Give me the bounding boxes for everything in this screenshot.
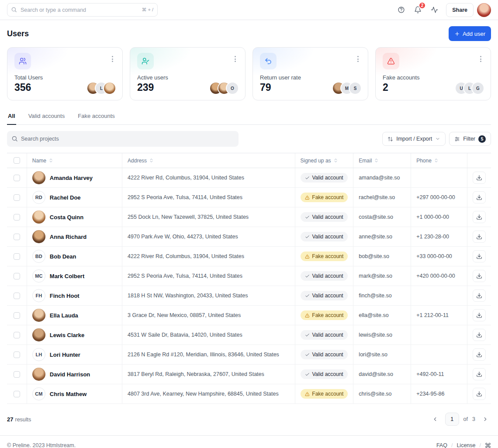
kebab-menu-icon[interactable] — [478, 54, 484, 64]
row-checkbox[interactable] — [14, 214, 20, 221]
global-search-input[interactable] — [7, 3, 158, 17]
cell-name: Costa Quinn — [27, 207, 122, 227]
card-label: Return user rate — [260, 74, 361, 81]
avatar-stack: MS — [333, 83, 361, 94]
activity-button[interactable] — [428, 3, 441, 17]
command-button[interactable] — [485, 442, 491, 448]
cell-select — [7, 325, 27, 345]
download-button[interactable] — [473, 191, 486, 203]
status-badge: Valid account — [301, 369, 348, 379]
card-icon-box — [260, 53, 277, 69]
user-name: Anna Richard — [50, 234, 87, 240]
prev-page-button[interactable] — [429, 414, 441, 425]
results-label: results — [15, 417, 31, 423]
row-checkbox[interactable] — [14, 312, 20, 319]
card-value: 356 — [14, 81, 31, 94]
filter-count-badge: 5 — [478, 135, 486, 143]
share-button[interactable]: Share — [446, 3, 474, 17]
avatar-stack: L — [87, 83, 115, 94]
download-button[interactable] — [473, 289, 486, 302]
sort-icon[interactable] — [48, 158, 53, 163]
projects-search-input[interactable] — [7, 131, 239, 147]
cell-status: Valid account — [295, 168, 353, 188]
row-checkbox[interactable] — [14, 293, 20, 299]
cell-status: Valid account — [295, 286, 353, 306]
download-button[interactable] — [473, 231, 486, 243]
cell-email: lewis@site.so — [353, 325, 411, 345]
cell-phone: +297 000-00-00 — [411, 188, 467, 207]
help-button[interactable] — [394, 3, 408, 17]
current-page[interactable]: 1 — [445, 413, 459, 426]
cell-address: 4222 River Rd, Columbus, 31904, United S… — [122, 168, 295, 188]
download-button[interactable] — [473, 388, 486, 400]
avatar: G — [472, 83, 484, 94]
row-checkbox[interactable] — [14, 371, 20, 378]
avatar: MC — [32, 269, 45, 283]
row-checkbox[interactable] — [14, 391, 20, 397]
user-name: Bob Dean — [50, 253, 76, 260]
download-button[interactable] — [473, 329, 486, 341]
sort-icon[interactable] — [434, 158, 439, 163]
column-header-address[interactable]: Address — [122, 153, 295, 168]
select-all-checkbox[interactable] — [14, 157, 20, 164]
footer-link-license[interactable]: License — [456, 442, 475, 448]
chevron-down-icon — [435, 136, 440, 141]
download-button[interactable] — [473, 348, 486, 361]
check-icon — [305, 215, 310, 220]
row-checkbox[interactable] — [14, 175, 20, 181]
sort-icon[interactable] — [374, 158, 379, 163]
filter-button[interactable]: Filter 5 — [449, 132, 491, 146]
notifications-button[interactable]: 2 — [411, 3, 424, 17]
cell-phone: +33 000-00-00 — [411, 247, 467, 266]
cell-email: finch@site.so — [353, 286, 411, 306]
cell-actions — [467, 227, 491, 247]
cell-actions — [467, 365, 491, 384]
download-button[interactable] — [473, 309, 486, 321]
download-button[interactable] — [473, 211, 486, 223]
download-button[interactable] — [473, 368, 486, 380]
row-checkbox[interactable] — [14, 332, 20, 338]
column-header-email[interactable]: Email — [353, 153, 411, 168]
user-name: Mark Colbert — [50, 273, 84, 279]
tab-valid-accounts[interactable]: Valid accounts — [28, 108, 66, 125]
row-checkbox[interactable] — [14, 253, 20, 260]
sort-icon[interactable] — [333, 158, 338, 163]
kebab-menu-icon[interactable] — [232, 54, 238, 64]
row-checkbox[interactable] — [14, 352, 20, 358]
row-checkbox[interactable] — [14, 234, 20, 240]
sort-icon[interactable] — [149, 158, 154, 163]
download-icon — [476, 214, 482, 220]
status-label: Valid account — [312, 175, 343, 181]
card-value: 239 — [137, 81, 154, 94]
page-head: Users Add user — [0, 20, 498, 47]
topbar: ⌘ + / 2 Share — [0, 0, 498, 20]
user-avatar[interactable] — [477, 3, 491, 17]
user-name: Lori Hunter — [50, 352, 80, 358]
add-user-button[interactable]: Add user — [449, 26, 491, 41]
user-name: Finch Hoot — [50, 293, 80, 299]
avatar — [104, 83, 115, 94]
table-row: Anna Richard4970 Park Ave W, Ohio, 44273… — [7, 227, 491, 247]
download-button[interactable] — [473, 270, 486, 282]
row-checkbox[interactable] — [14, 273, 20, 279]
tab-fake-accounts[interactable]: Fake accounts — [77, 108, 116, 125]
cell-select — [7, 306, 27, 325]
download-button[interactable] — [473, 250, 486, 262]
column-header-name[interactable]: Name — [27, 153, 122, 168]
cell-address: 4531 W Saile Dr, Batavia, 14020, United … — [122, 325, 295, 345]
footer-link-faq[interactable]: FAQ — [436, 442, 447, 448]
kebab-menu-icon[interactable] — [110, 54, 115, 64]
status-label: Valid account — [312, 214, 343, 220]
status-badge: Fake account — [301, 389, 348, 399]
column-header-phone[interactable]: Phone — [411, 153, 467, 168]
download-button[interactable] — [473, 172, 486, 184]
tab-all[interactable]: All — [7, 108, 16, 125]
next-page-button[interactable] — [480, 414, 491, 425]
row-checkbox[interactable] — [14, 194, 20, 201]
kebab-menu-icon[interactable] — [355, 54, 361, 64]
import-export-button[interactable]: Import / Export — [382, 132, 446, 146]
column-header-signed-up-as[interactable]: Signed up as — [295, 153, 353, 168]
status-badge: Valid account — [301, 271, 348, 281]
cell-name: Lewis Clarke — [27, 325, 122, 345]
table-row: LHLori Hunter2126 N Eagle Rd #120, Merid… — [7, 345, 491, 365]
